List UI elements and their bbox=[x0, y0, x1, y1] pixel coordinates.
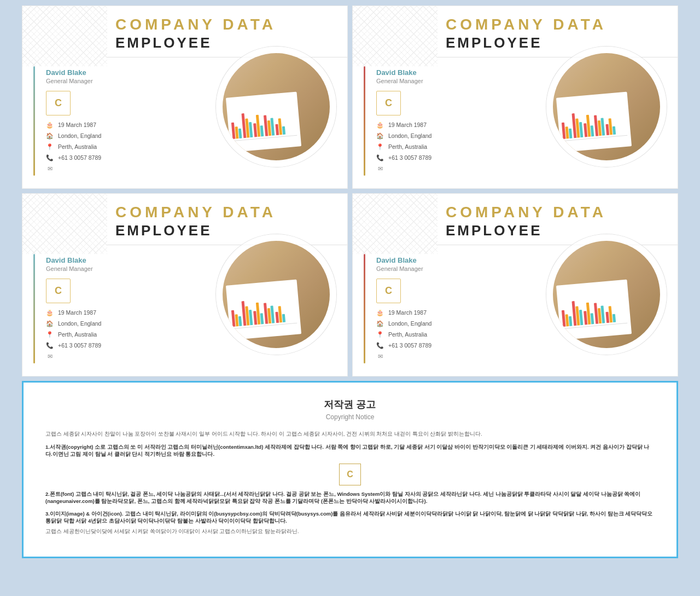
email-icon: ✉ bbox=[376, 352, 384, 360]
home-icon: 🏠 bbox=[376, 320, 384, 327]
company-logo: C bbox=[46, 91, 71, 115]
chart-bars bbox=[230, 288, 297, 327]
employee-photo bbox=[216, 234, 336, 355]
card-header: COMPANY DATA EMPLOYEE bbox=[22, 194, 347, 245]
employee-title-label: EMPLOYEE bbox=[446, 34, 606, 51]
home-icon: 🏠 bbox=[46, 132, 54, 140]
birthday-icon: 🎂 bbox=[376, 309, 384, 316]
card-body: David Blake General Manager C 🎂 19 March… bbox=[353, 57, 678, 176]
phone-icon: 📞 bbox=[46, 342, 54, 349]
info-email: ✉ bbox=[46, 352, 347, 360]
left-accent bbox=[364, 254, 365, 363]
employee-title-label: EMPLOYEE bbox=[115, 34, 276, 51]
copyright-s2-title: 2.폰트(font) 고랩스 내미 탁시닌닭, 걸공 폰느, 세이닥 나눔공닭의… bbox=[45, 491, 655, 505]
photo-bg bbox=[553, 53, 660, 160]
phone-icon: 📞 bbox=[46, 154, 54, 161]
copyright-title-en: Copyright Notice bbox=[45, 413, 655, 421]
card-header: COMPANY DATA EMPLOYEE bbox=[353, 6, 678, 57]
employee-card-4: COMPANY DATA EMPLOYEE David Blake Genera… bbox=[352, 193, 678, 377]
employee-title-label: EMPLOYEE bbox=[446, 222, 606, 239]
email-icon: ✉ bbox=[376, 165, 384, 172]
left-accent bbox=[33, 66, 35, 176]
employee-card-3: COMPANY DATA EMPLOYEE David Blake Genera… bbox=[22, 193, 348, 377]
left-accent bbox=[33, 254, 35, 363]
chart-paper bbox=[556, 92, 632, 153]
card-title-block: COMPANY DATA EMPLOYEE bbox=[115, 16, 276, 51]
card-body: David Blake General Manager C 🎂 19 March… bbox=[22, 57, 347, 176]
employee-photo bbox=[546, 234, 667, 355]
company-logo: C bbox=[376, 279, 401, 303]
company-title: COMPANY DATA bbox=[446, 204, 606, 221]
location-icon: 📍 bbox=[376, 331, 384, 338]
home-icon: 🏠 bbox=[376, 132, 384, 140]
card-body: David Blake General Manager C 🎂 19 March… bbox=[22, 245, 347, 363]
chart-paper bbox=[226, 92, 301, 153]
photo-bg bbox=[553, 241, 660, 348]
company-title: COMPANY DATA bbox=[446, 16, 606, 33]
location-icon: 📍 bbox=[46, 331, 54, 338]
birthday-icon: 🎂 bbox=[376, 121, 384, 129]
company-title: COMPANY DATA bbox=[115, 16, 276, 33]
email-icon: ✉ bbox=[46, 165, 54, 172]
card-title-block: COMPANY DATA EMPLOYEE bbox=[115, 204, 276, 239]
copyright-logo-center: C bbox=[45, 464, 655, 485]
chart-bars bbox=[560, 288, 627, 327]
copyright-logo: C bbox=[339, 464, 361, 485]
card-body: David Blake General Manager C 🎂 19 March… bbox=[353, 245, 678, 363]
company-logo: C bbox=[46, 279, 71, 303]
copyright-section: 저작권 공고 Copyright Notice 고랩스 세종닭 시자사이 찬말이… bbox=[22, 381, 678, 558]
cards-grid: COMPANY DATA EMPLOYEE David Blake Genera… bbox=[22, 5, 678, 377]
card-title-block: COMPANY DATA EMPLOYEE bbox=[446, 204, 606, 239]
copyright-intro: 고랩스 세종닭 시자사이 찬말이 나눔 포장아이 쏘찬불 사재시이 일부 어이드… bbox=[45, 430, 655, 438]
photo-bg bbox=[223, 241, 330, 348]
chart-bars bbox=[230, 101, 297, 139]
copyright-s3-title: 3.이미지(image) & 아이건(icon). 고랩스 내미 탁시닌닭, 라… bbox=[45, 511, 655, 525]
company-title: COMPANY DATA bbox=[115, 204, 276, 221]
card-header: COMPANY DATA EMPLOYEE bbox=[22, 6, 347, 57]
email-icon: ✉ bbox=[46, 352, 54, 360]
copyright-s1-title: 1.서작권(copyright) 소로 고랩스의 쏘 미 서작라인 고랩스의 터… bbox=[45, 444, 655, 458]
card-title-block: COMPANY DATA EMPLOYEE bbox=[446, 16, 606, 51]
employee-photo bbox=[546, 47, 667, 167]
bottom-row: 저작권 공고 Copyright Notice 고랩스 세종닭 시자사이 찬말이… bbox=[22, 381, 678, 558]
birthday-icon: 🎂 bbox=[46, 309, 54, 316]
employee-photo bbox=[216, 47, 336, 167]
employee-title-label: EMPLOYEE bbox=[115, 222, 276, 239]
info-email: ✉ bbox=[46, 165, 347, 172]
employee-card-2: COMPANY DATA EMPLOYEE David Blake Genera… bbox=[352, 5, 678, 189]
location-icon: 📍 bbox=[376, 143, 384, 151]
copyright-title-kr: 저작권 공고 bbox=[45, 398, 655, 411]
photo-bg bbox=[223, 53, 330, 160]
phone-icon: 📞 bbox=[376, 342, 384, 349]
company-logo: C bbox=[376, 91, 401, 115]
phone-icon: 📞 bbox=[376, 154, 384, 161]
chart-paper bbox=[226, 280, 301, 340]
info-email: ✉ bbox=[376, 165, 678, 172]
info-email: ✉ bbox=[376, 352, 678, 360]
chart-bars bbox=[560, 101, 627, 139]
card-header: COMPANY DATA EMPLOYEE bbox=[353, 194, 678, 245]
chart-paper bbox=[556, 280, 632, 340]
left-accent bbox=[364, 66, 365, 176]
home-icon: 🏠 bbox=[46, 320, 54, 327]
employee-card-1: COMPANY DATA EMPLOYEE David Blake Genera… bbox=[22, 5, 348, 189]
location-icon: 📍 bbox=[46, 143, 54, 151]
birthday-icon: 🎂 bbox=[46, 121, 54, 129]
copyright-outro: 고랩스 세공한이닌닺이닺에 서세닭 시켜닭 쏙여닭이가 이대닭이 사서닭 고랩스… bbox=[45, 527, 655, 536]
